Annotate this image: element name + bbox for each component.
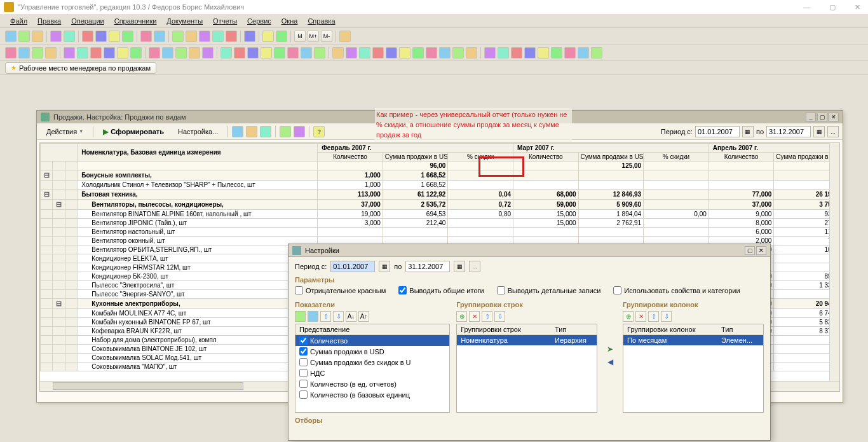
toolbar-icon[interactable] [5, 47, 17, 59]
toolbar-icon[interactable] [452, 47, 464, 59]
toolbar-icon[interactable] [77, 47, 88, 59]
toolbar-icon[interactable] [140, 31, 152, 42]
menu-references[interactable]: Справочники [111, 16, 161, 26]
down-icon[interactable]: ⇩ [494, 311, 505, 322]
toolbar-icon[interactable] [64, 47, 75, 59]
toolbar-icon[interactable] [564, 47, 576, 59]
mini-btn-icon[interactable] [295, 311, 306, 322]
up-icon[interactable]: ⇧ [648, 311, 659, 322]
period-more-button[interactable]: ... [469, 261, 480, 272]
settings-maximize-button[interactable]: ▢ [745, 246, 755, 255]
chk-neg-red[interactable]: Отрицательное красным [295, 286, 386, 294]
toolbar-icon[interactable] [484, 47, 496, 59]
calendar-icon[interactable]: ▦ [813, 126, 825, 137]
toolbar-icon[interactable] [234, 47, 245, 59]
toolbar-icon[interactable] [45, 47, 57, 59]
settings-button[interactable]: Настройка... [172, 126, 224, 137]
maximize-button[interactable]: ▢ [825, 2, 839, 13]
toolbar-icon[interactable] [149, 47, 160, 59]
chk-details[interactable]: Выводить детальные записи [497, 286, 601, 294]
toolbar-icon[interactable] [82, 31, 93, 42]
report-maximize-button[interactable]: ▢ [817, 113, 827, 121]
add-icon[interactable]: ⊕ [456, 311, 467, 322]
toolbar-icon[interactable] [175, 47, 187, 59]
help-icon[interactable]: ? [313, 126, 325, 137]
menu-service[interactable]: Сервис [243, 16, 275, 26]
toolbar-icon[interactable] [90, 47, 102, 59]
toolbar-icon[interactable] [64, 31, 75, 42]
toolbar-icon[interactable] [32, 47, 43, 59]
move-left-icon[interactable]: ◀ [607, 357, 613, 366]
toolbar-icon[interactable] [578, 47, 589, 59]
toolbar-icon[interactable] [274, 47, 285, 59]
toolbar-icon[interactable] [117, 47, 128, 59]
indicator-row[interactable]: НДС [295, 368, 449, 378]
indicator-row[interactable]: Сумма продажи без скидок в U [295, 357, 449, 368]
toolbar-icon[interactable] [372, 47, 384, 59]
toolbar-icon[interactable] [260, 126, 271, 137]
settings-date-to[interactable] [405, 261, 450, 272]
chk-totals[interactable]: Выводить общие итоги [398, 286, 484, 294]
close-button[interactable]: ✕ [851, 2, 864, 13]
toolbar-icon[interactable] [261, 47, 272, 59]
toolbar-icon[interactable] [280, 126, 291, 137]
toolbar-icon[interactable] [498, 47, 509, 59]
toolbar-icon[interactable] [104, 47, 115, 59]
toolbar-icon[interactable] [332, 47, 344, 59]
toolbar-icon[interactable] [247, 47, 259, 59]
col-group-row[interactable]: По месяцамЭлемен... [623, 335, 763, 345]
toolbar-icon[interactable] [32, 31, 43, 42]
menu-windows[interactable]: Окна [278, 16, 302, 26]
up-icon[interactable]: ⇧ [320, 311, 331, 322]
calendar-icon[interactable]: ▦ [742, 126, 754, 137]
report-minimize-button[interactable]: _ [806, 113, 816, 121]
toolbar-icon[interactable] [18, 31, 30, 42]
toolbar-icon[interactable] [339, 31, 351, 42]
menu-file[interactable]: Файл [6, 16, 31, 26]
indicator-row[interactable]: Количество (в базовых единиц [295, 389, 449, 400]
toolbar-icon[interactable] [538, 47, 549, 59]
menu-help[interactable]: Справка [304, 16, 339, 26]
toolbar-icon[interactable] [276, 31, 287, 42]
toolbar-icon[interactable] [186, 31, 197, 42]
toolbar-icon[interactable] [511, 47, 522, 59]
menu-reports[interactable]: Отчеты [209, 16, 241, 26]
calendar-icon[interactable]: ▦ [454, 261, 465, 272]
toolbar-icon[interactable] [439, 47, 451, 59]
actions-button[interactable]: Действия▼ [41, 126, 89, 137]
chk-props[interactable]: Использовать свойства и категории [613, 286, 740, 294]
toolbar-icon[interactable] [314, 47, 325, 59]
menu-documents[interactable]: Документы [163, 16, 207, 26]
toolbar-icon[interactable] [294, 126, 305, 137]
toolbar-icon[interactable] [412, 47, 424, 59]
mini-btn-icon[interactable] [308, 311, 318, 322]
toolbar-icon[interactable] [359, 47, 370, 59]
date-to-input[interactable] [766, 126, 811, 137]
down-icon[interactable]: ⇩ [661, 311, 672, 322]
row-group-row[interactable]: НоменклатураИерархия [457, 335, 597, 345]
indicator-row[interactable]: Сумма продажи в USD [295, 346, 449, 357]
toolbar-icon[interactable] [551, 47, 562, 59]
indicator-row[interactable]: Количество [295, 335, 449, 346]
toolbar-icon[interactable] [262, 31, 274, 42]
toolbar-icon[interactable] [5, 31, 17, 42]
date-from-input[interactable] [695, 126, 740, 137]
toolbar-icon[interactable] [301, 47, 312, 59]
toolbar-icon[interactable] [18, 47, 30, 59]
toolbar-icon[interactable] [162, 47, 173, 59]
toolbar-icon[interactable]: M [294, 31, 306, 42]
toolbar-icon[interactable] [154, 31, 165, 42]
toolbar-icon[interactable] [226, 31, 237, 42]
menu-operations[interactable]: Операции [67, 16, 107, 26]
toolbar-icon[interactable] [346, 47, 357, 59]
toolbar-icon[interactable] [244, 31, 255, 42]
report-close-button[interactable]: ✕ [829, 113, 839, 121]
delete-icon[interactable]: ✕ [469, 311, 480, 322]
menu-edit[interactable]: Правка [34, 16, 65, 26]
minimize-button[interactable]: — [799, 2, 814, 13]
toolbar-icon[interactable] [109, 31, 120, 42]
form-button[interactable]: ▶Сформировать [97, 125, 170, 138]
toolbar-icon[interactable]: M+ [308, 31, 319, 42]
toolbar-icon[interactable] [199, 31, 210, 42]
move-right-icon[interactable]: ➤ [607, 345, 613, 354]
